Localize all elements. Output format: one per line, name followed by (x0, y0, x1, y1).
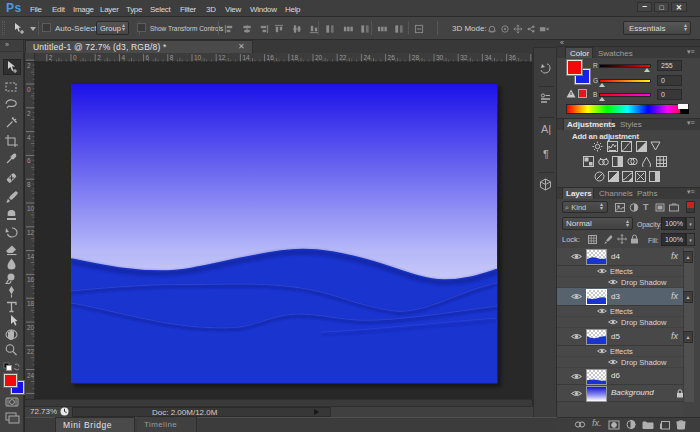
svg-text:18: 18 (27, 300, 35, 307)
svg-text:12: 12 (218, 54, 226, 61)
svg-text:2: 2 (49, 54, 53, 61)
svg-text:30: 30 (436, 54, 444, 61)
svg-text:24: 24 (363, 54, 371, 61)
svg-text:2: 2 (97, 54, 101, 61)
svg-text:6: 6 (146, 54, 150, 61)
svg-text:22: 22 (339, 54, 347, 61)
svg-text:2: 2 (27, 110, 31, 117)
svg-text:2: 2 (27, 62, 31, 69)
svg-text:8: 8 (27, 181, 31, 188)
svg-text:22: 22 (27, 348, 35, 355)
svg-text:12: 12 (27, 229, 35, 236)
svg-text:14: 14 (242, 54, 250, 61)
svg-text:20: 20 (27, 324, 35, 331)
svg-text:16: 16 (27, 276, 35, 283)
svg-text:16: 16 (267, 54, 275, 61)
svg-text:14: 14 (27, 253, 35, 260)
svg-text:10: 10 (27, 205, 35, 212)
svg-text:6: 6 (27, 157, 31, 164)
svg-text:36: 36 (509, 54, 517, 61)
svg-text:24: 24 (27, 372, 35, 379)
svg-text:0: 0 (27, 86, 31, 93)
svg-text:4: 4 (27, 134, 31, 141)
svg-text:4: 4 (121, 54, 125, 61)
svg-text:18: 18 (291, 54, 299, 61)
svg-text:32: 32 (460, 54, 468, 61)
svg-text:8: 8 (170, 54, 174, 61)
svg-text:34: 34 (484, 54, 492, 61)
svg-text:10: 10 (194, 54, 202, 61)
svg-text:20: 20 (315, 54, 323, 61)
svg-text:26: 26 (388, 54, 396, 61)
svg-text:0: 0 (73, 54, 77, 61)
svg-text:28: 28 (412, 54, 420, 61)
